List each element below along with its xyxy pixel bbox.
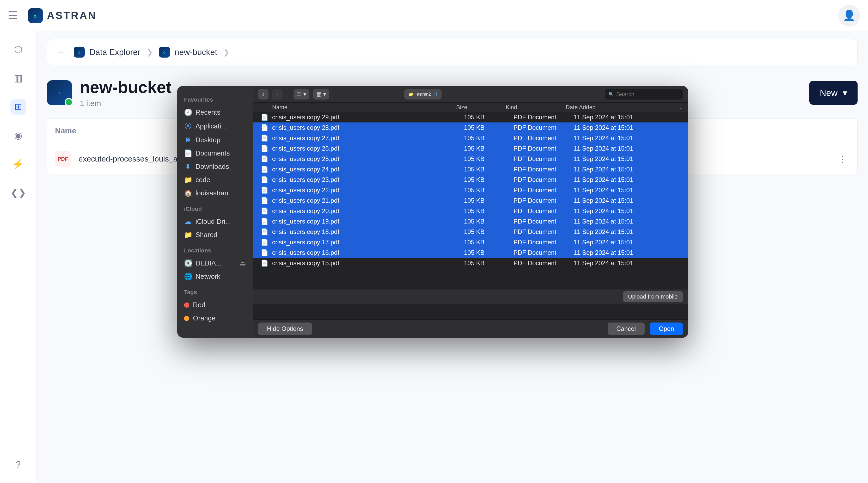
sidebar-item[interactable]: 🕘Recents — [177, 106, 253, 119]
nav-help-icon[interactable]: ? — [10, 457, 26, 473]
picker-row[interactable]: 📄 crisis_users copy 21.pdf 105 KB PDF Do… — [253, 195, 688, 206]
picker-row[interactable]: 📄 crisis_users copy 18.pdf 105 KB PDF Do… — [253, 227, 688, 237]
user-icon: 👤 — [843, 9, 856, 22]
header-kind[interactable]: Kind — [506, 104, 566, 111]
file-date: 11 Sep 2024 at 15:01 — [574, 249, 683, 256]
picker-row[interactable]: 📄 crisis_users copy 15.pdf 105 KB PDF Do… — [253, 258, 688, 268]
picker-row[interactable]: 📄 crisis_users copy 24.pdf 105 KB PDF Do… — [253, 164, 688, 174]
picker-row[interactable]: 📄 crisis_users copy 29.pdf 105 KB PDF Do… — [253, 112, 688, 123]
logo-mark-icon: ⬨ — [28, 8, 43, 23]
picker-row[interactable]: 📄 crisis_users copy 16.pdf 105 KB PDF Do… — [253, 248, 688, 258]
file-kind: PDF Document — [514, 218, 574, 225]
sidebar-item[interactable]: 🏠louisastran — [177, 187, 253, 200]
back-button[interactable]: ← — [55, 46, 67, 58]
download-icon: ⬇ — [184, 163, 192, 171]
row-more-icon[interactable]: ⋮ — [835, 154, 849, 164]
file-icon: 📄 — [261, 134, 269, 142]
new-button[interactable]: New ▾ — [809, 81, 858, 105]
file-name: crisis_users copy 28.pdf — [272, 124, 464, 131]
nav-library-icon[interactable]: ▥ — [10, 70, 26, 86]
user-avatar[interactable]: 👤 — [838, 5, 860, 27]
sidebar-item-label: DEBIA... — [195, 259, 222, 267]
crumb-data-explorer[interactable]: ⬨ Data Explorer — [74, 46, 141, 58]
sidebar-tag[interactable]: Orange — [177, 312, 253, 325]
file-name: crisis_users copy 26.pdf — [272, 145, 464, 152]
sidebar-item[interactable]: 🖥Desktop — [177, 133, 253, 147]
file-icon: 📄 — [261, 218, 269, 225]
open-button[interactable]: Open — [650, 323, 683, 335]
eject-icon[interactable]: ⏏ — [240, 259, 246, 267]
picker-forward-button[interactable]: › — [272, 89, 283, 99]
picker-search[interactable]: 🔍 — [605, 89, 683, 99]
sidebar-item[interactable]: 💽DEBIA...⏏ — [177, 257, 253, 270]
upload-from-mobile-button[interactable]: Upload from mobile — [623, 291, 683, 302]
menu-icon[interactable]: ☰ — [8, 9, 18, 22]
nav-fingerprint-icon[interactable]: ◉ — [10, 128, 26, 143]
sidebar-group-tags: Tags — [177, 283, 253, 298]
sidebar-item[interactable]: ⒶApplicati... — [177, 119, 253, 133]
file-name: crisis_users copy 29.pdf — [272, 114, 464, 121]
crumb-bucket[interactable]: ⬨ new-bucket — [159, 46, 217, 58]
picker-row[interactable]: 📄 crisis_users copy 23.pdf 105 KB PDF Do… — [253, 174, 688, 185]
file-size: 105 KB — [464, 145, 514, 152]
view-list-button[interactable]: ☰ ▾ — [293, 89, 309, 99]
sidebar-item[interactable]: ⬇Downloads — [177, 160, 253, 173]
crumb-icon: ⬨ — [74, 46, 85, 58]
app-icon: Ⓐ — [184, 122, 192, 131]
file-size: 105 KB — [464, 207, 514, 215]
sidebar-group-icloud: iCloud — [177, 200, 253, 215]
picker-search-input[interactable] — [616, 91, 688, 98]
file-size: 105 KB — [464, 124, 514, 131]
nav-data-explorer-icon[interactable]: ⊞ — [10, 99, 26, 115]
header-size[interactable]: Size — [456, 104, 506, 111]
view-grid-button[interactable]: ▦ ▾ — [313, 89, 329, 99]
file-name: crisis_users copy 16.pdf — [272, 249, 464, 256]
file-name: crisis_users copy 25.pdf — [272, 155, 464, 163]
sidebar-item[interactable]: ☁iCloud Dri... — [177, 215, 253, 228]
picker-row[interactable]: 📄 crisis_users copy 28.pdf 105 KB PDF Do… — [253, 123, 688, 133]
sidebar-item[interactable]: 📁code — [177, 173, 253, 187]
file-date: 11 Sep 2024 at 15:01 — [574, 207, 683, 215]
item-count: 1 item — [80, 99, 172, 108]
file-icon: 📄 — [261, 187, 269, 194]
bucket-icon: ⬨ — [47, 80, 72, 105]
file-kind: PDF Document — [514, 176, 574, 184]
picker-row[interactable]: 📄 crisis_users copy 26.pdf 105 KB PDF Do… — [253, 143, 688, 154]
file-name: crisis_users copy 18.pdf — [272, 228, 464, 235]
picker-row[interactable]: 📄 crisis_users copy 17.pdf 105 KB PDF Do… — [253, 237, 688, 248]
cancel-button[interactable]: Cancel — [608, 323, 645, 335]
sidebar-item[interactable]: 🌐Network — [177, 270, 253, 283]
hide-options-button[interactable]: Hide Options — [258, 323, 312, 335]
header-name[interactable]: Name — [253, 104, 456, 111]
home-icon: 🏠 — [184, 189, 192, 197]
file-size: 105 KB — [464, 114, 514, 121]
picker-row[interactable]: 📄 crisis_users copy 22.pdf 105 KB PDF Do… — [253, 185, 688, 195]
file-size: 105 KB — [464, 187, 514, 194]
picker-row[interactable]: 📄 crisis_users copy 20.pdf 105 KB PDF Do… — [253, 206, 688, 216]
nav-code-icon[interactable]: ❮❯ — [10, 185, 26, 201]
picker-row[interactable]: 📄 crisis_users copy 19.pdf 105 KB PDF Do… — [253, 216, 688, 227]
chevron-right-icon: ❯ — [147, 48, 153, 57]
picker-footer: Hide Options Cancel Open — [253, 319, 688, 337]
sidebar-item-label: Applicati... — [195, 122, 227, 130]
sidebar-tag[interactable]: Red — [177, 298, 253, 312]
file-name: crisis_users copy 23.pdf — [272, 176, 464, 184]
topbar: ☰ ⬨ ASTRAN 👤 — [0, 0, 868, 31]
sidebar-item[interactable]: 📄Documents — [177, 147, 253, 160]
file-icon: 📄 — [261, 166, 269, 173]
file-date: 11 Sep 2024 at 15:01 — [574, 145, 683, 152]
sidebar-item[interactable]: 📁Shared — [177, 228, 253, 242]
globe-icon: 🌐 — [184, 272, 192, 281]
location-select[interactable]: 📁 astran2 ⇅ — [404, 89, 441, 99]
brand-logo: ⬨ ASTRAN — [28, 8, 97, 23]
picker-row[interactable]: 📄 crisis_users copy 25.pdf 105 KB PDF Do… — [253, 154, 688, 164]
picker-row[interactable]: 📄 crisis_users copy 27.pdf 105 KB PDF Do… — [253, 133, 688, 143]
header-date[interactable]: Date Added ⌄ — [566, 104, 688, 111]
file-kind: PDF Document — [514, 155, 574, 163]
nav-plug-icon[interactable]: ⚡ — [10, 156, 26, 172]
file-icon: 📄 — [261, 197, 269, 204]
file-date: 11 Sep 2024 at 15:01 — [574, 197, 683, 204]
picker-file-list[interactable]: 📄 crisis_users copy 29.pdf 105 KB PDF Do… — [253, 112, 688, 289]
picker-back-button[interactable]: ‹ — [258, 89, 269, 99]
nav-home-icon[interactable]: ⬡ — [10, 42, 26, 57]
